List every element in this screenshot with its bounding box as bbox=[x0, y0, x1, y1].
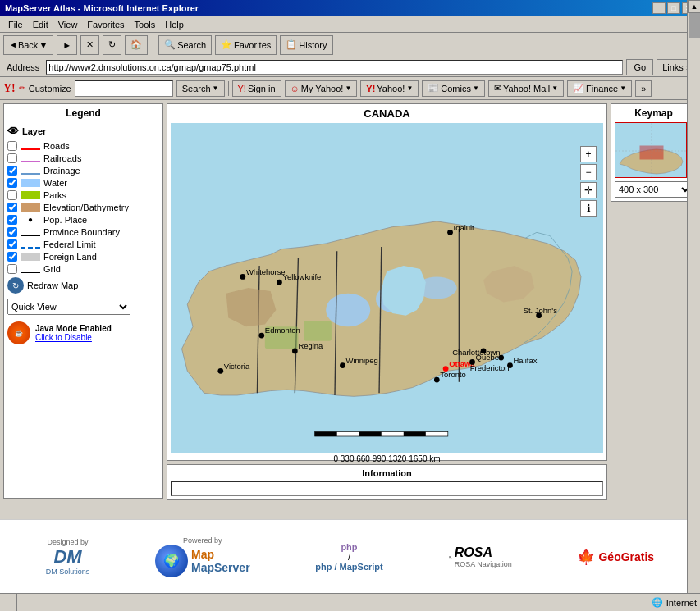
federal-checkbox[interactable] bbox=[7, 239, 17, 249]
main-scrollbar[interactable]: ▲ ▼ bbox=[687, 0, 700, 611]
php-logo-text: php bbox=[341, 542, 357, 552]
drainage-swatch bbox=[21, 166, 40, 175]
java-mode-row: ☕ Java Mode Enabled Click to Disable bbox=[7, 321, 159, 344]
search-label: Search bbox=[177, 40, 206, 50]
keymap-box: Keymap 400 x 300 600 x 450 800 x 600 bbox=[611, 103, 697, 202]
back-dropdown-icon: ▼ bbox=[39, 40, 48, 50]
mapserver-server-label: MapServer bbox=[191, 561, 250, 574]
svg-point-27 bbox=[434, 377, 440, 383]
go-button[interactable]: Go bbox=[626, 59, 653, 75]
minimize-button[interactable]: _ bbox=[652, 2, 666, 14]
address-input[interactable] bbox=[46, 60, 623, 75]
yahoo-myyahoo-button[interactable]: ☺ My Yahoo! ▼ bbox=[285, 80, 358, 97]
yahoo-search-button[interactable]: Search ▼ bbox=[176, 80, 225, 97]
foreign-checkbox[interactable] bbox=[7, 252, 17, 262]
content-area: Legend 👁 Layer Roads Railroads D bbox=[0, 100, 700, 502]
yahoo-mail-button[interactable]: ✉ Yahoo! Mail ▼ bbox=[488, 80, 564, 97]
address-bar: Address Go Links » bbox=[0, 57, 700, 77]
pan-button[interactable]: ✛ bbox=[580, 182, 597, 198]
yahoo-finance-button[interactable]: 📈 Finance ▼ bbox=[567, 80, 632, 97]
elevation-checkbox[interactable] bbox=[7, 203, 17, 212]
layer-row-province: Province Boundary bbox=[7, 227, 159, 237]
history-button[interactable]: 📋 History bbox=[280, 35, 332, 55]
menu-tools[interactable]: Tools bbox=[130, 18, 161, 31]
drainage-label: Drainage bbox=[43, 166, 80, 176]
refresh-icon: ↻ bbox=[108, 39, 116, 50]
stop-button[interactable]: ✕ bbox=[80, 35, 99, 55]
footer-area: Designed by DM DM Solutions Powered by 🌍… bbox=[0, 519, 700, 593]
svg-text:Victoria: Victoria bbox=[224, 362, 250, 371]
rosa-nav-label: ROSA Navigation bbox=[455, 560, 512, 568]
yahoo-signin-button[interactable]: Y! Sign in bbox=[232, 80, 281, 97]
menu-edit[interactable]: Edit bbox=[28, 18, 53, 31]
map-title: CANADA bbox=[171, 107, 603, 120]
canada-map-svg[interactable]: Whitehorse Yellowknife Iqaluit Edmonton … bbox=[171, 123, 603, 453]
svg-text:Regina: Regina bbox=[298, 341, 323, 350]
search-button[interactable]: 🔍 Search bbox=[158, 35, 212, 55]
yahoo-toolbar: Y! ✏ Customize Search ▼ Y! Sign in ☺ My … bbox=[0, 77, 700, 100]
yahoo-y-icon: Y! bbox=[366, 84, 375, 93]
maximize-button[interactable]: □ bbox=[667, 2, 680, 14]
elevation-label: Elevation/Bathymetry bbox=[43, 203, 129, 212]
forward-button[interactable]: ► bbox=[57, 35, 77, 55]
map-container[interactable]: Whitehorse Yellowknife Iqaluit Edmonton … bbox=[171, 123, 603, 453]
layer-header-label: Layer bbox=[22, 126, 46, 136]
drainage-checkbox[interactable] bbox=[7, 166, 17, 176]
yahoo-signin-label: Sign in bbox=[248, 84, 276, 93]
keymap-image[interactable] bbox=[615, 122, 687, 178]
grid-checkbox[interactable] bbox=[7, 264, 17, 274]
refresh-button[interactable]: ↻ bbox=[103, 35, 121, 55]
info-input[interactable] bbox=[171, 481, 603, 496]
province-checkbox[interactable] bbox=[7, 227, 17, 237]
yahoo-signin-icon: Y! bbox=[238, 84, 246, 93]
menu-help[interactable]: Help bbox=[160, 18, 189, 31]
home-button[interactable]: 🏠 bbox=[125, 35, 148, 55]
java-icon[interactable]: ☕ bbox=[7, 321, 30, 344]
java-mode-label: Java Mode Enabled bbox=[35, 324, 112, 333]
zoom-in-button[interactable]: + bbox=[580, 146, 597, 162]
roads-checkbox[interactable] bbox=[7, 141, 17, 151]
zoom-out-button[interactable]: − bbox=[580, 164, 597, 180]
yahoo-yahoo-button[interactable]: Y! Yahoo! ▼ bbox=[360, 80, 419, 97]
toolbar-separator-1 bbox=[153, 37, 153, 53]
parks-checkbox[interactable] bbox=[7, 190, 17, 200]
layer-row-water: Water bbox=[7, 178, 159, 188]
customize-label[interactable]: Customize bbox=[29, 84, 71, 93]
yahoo-search-input[interactable] bbox=[75, 80, 173, 97]
info-tool-button[interactable]: ℹ bbox=[580, 200, 597, 217]
menu-view[interactable]: View bbox=[53, 18, 83, 31]
quick-view-select[interactable]: Quick View Canada British Columbia Alber… bbox=[7, 299, 130, 315]
footer-dm: Designed by DM DM Solutions bbox=[46, 538, 90, 576]
water-checkbox[interactable] bbox=[7, 178, 17, 188]
foreign-swatch bbox=[21, 253, 40, 261]
scroll-up-button[interactable]: ▲ bbox=[688, 0, 700, 13]
yahoo-more-button[interactable]: » bbox=[635, 80, 652, 97]
yahoo-comics-button[interactable]: 📰 Comics ▼ bbox=[422, 80, 485, 97]
java-click-label[interactable]: Click to Disable bbox=[35, 333, 112, 342]
yahoo-more-label: » bbox=[641, 84, 646, 93]
eye-icon[interactable]: 👁 bbox=[7, 125, 19, 138]
menu-file[interactable]: File bbox=[3, 18, 28, 31]
scroll-thumb[interactable] bbox=[689, 13, 700, 38]
menu-favorites[interactable]: Favorites bbox=[82, 18, 129, 31]
mapserver-map-label: Map bbox=[191, 548, 250, 561]
favorites-label: Favorites bbox=[234, 40, 271, 50]
svg-point-1 bbox=[326, 294, 370, 327]
footer-php: php / php / MapScript bbox=[315, 542, 383, 572]
rosa-text-block: ROSA ROSA Navigation bbox=[455, 545, 512, 568]
redraw-label[interactable]: Redraw Map bbox=[27, 280, 78, 290]
federal-label: Federal Limit bbox=[43, 239, 96, 249]
railroads-label: Railroads bbox=[43, 153, 81, 163]
svg-text:Halifax: Halifax bbox=[514, 356, 538, 365]
mapscript-label: php / MapScript bbox=[315, 562, 383, 572]
redraw-icon[interactable]: ↻ bbox=[7, 277, 24, 294]
province-label: Province Boundary bbox=[43, 227, 120, 237]
federal-swatch bbox=[21, 240, 40, 249]
pop-place-checkbox[interactable] bbox=[7, 215, 17, 225]
keymap-size-select[interactable]: 400 x 300 600 x 450 800 x 600 bbox=[615, 181, 693, 198]
railroads-checkbox[interactable] bbox=[7, 153, 17, 163]
back-button[interactable]: ◄ Back ▼ bbox=[3, 35, 53, 55]
footer-geogratis: 🍁 GéoGratis bbox=[577, 548, 654, 566]
favorites-button[interactable]: ⭐ Favorites bbox=[215, 35, 277, 55]
svg-text:Toronto: Toronto bbox=[440, 370, 465, 379]
